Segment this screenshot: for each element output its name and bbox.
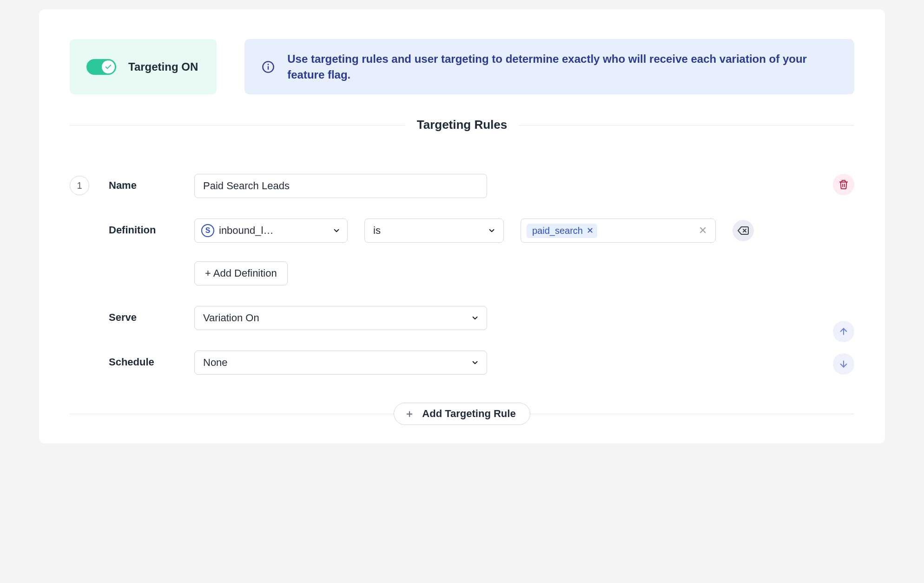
svg-point-2: [268, 64, 269, 65]
footer-row: ＋ Add Targeting Rule: [70, 403, 854, 425]
section-heading-row: Targeting Rules: [70, 118, 854, 132]
rule-number: 1: [70, 176, 89, 195]
serve-label: Serve: [109, 306, 183, 324]
attribute-select[interactable]: S inbound_l…: [194, 219, 348, 243]
serve-value: Variation On: [203, 312, 259, 324]
plus-icon: ＋: [404, 409, 415, 419]
string-type-icon: S: [201, 224, 214, 237]
name-controls: [194, 174, 815, 198]
arrow-down-icon: [838, 359, 849, 369]
add-targeting-rule-button[interactable]: ＋ Add Targeting Rule: [394, 403, 530, 425]
schedule-value: None: [203, 357, 228, 369]
targeting-toggle-label: Targeting ON: [128, 60, 198, 73]
value-tag-input[interactable]: paid_search ✕ ✕: [521, 219, 716, 243]
reorder-controls: [826, 321, 854, 375]
value-tag: paid_search ✕: [527, 224, 597, 238]
targeting-card: Targeting ON Use targeting rules and use…: [39, 9, 885, 444]
rule-name-input[interactable]: [194, 174, 487, 198]
check-icon: [105, 63, 112, 71]
schedule-controls: None: [194, 351, 815, 375]
add-rule-label: Add Targeting Rule: [422, 408, 515, 420]
trash-icon: [838, 179, 849, 190]
operator-select[interactable]: is: [364, 219, 504, 243]
serve-controls: Variation On: [194, 306, 815, 330]
value-tag-text: paid_search: [532, 225, 583, 236]
section-heading: Targeting Rules: [405, 118, 520, 132]
remove-tag-button[interactable]: ✕: [587, 226, 594, 235]
schedule-label: Schedule: [109, 351, 183, 368]
header-row: Targeting ON Use targeting rules and use…: [70, 39, 854, 94]
chevron-down-icon: [332, 226, 341, 235]
targeting-toggle[interactable]: [86, 59, 116, 75]
delete-rule-button[interactable]: [833, 174, 854, 195]
clear-tags-button[interactable]: ✕: [696, 223, 710, 238]
chevron-down-icon: [471, 314, 479, 322]
remove-definition-button[interactable]: [733, 220, 754, 241]
operator-value: is: [373, 225, 381, 237]
rule-number-cell: 1: [70, 174, 98, 195]
targeting-status-box: Targeting ON: [70, 39, 217, 94]
chevron-down-icon: [488, 226, 496, 235]
move-up-button[interactable]: [833, 321, 854, 342]
schedule-select[interactable]: None: [194, 351, 487, 375]
attribute-value: inbound_l…: [219, 225, 328, 237]
definition-controls: S inbound_l… is paid_search ✕ ✕: [194, 219, 815, 285]
rule-block: 1 Name Definition S inbound_l… is: [70, 174, 854, 375]
delete-cell: [826, 174, 854, 195]
info-banner: Use targeting rules and user targeting t…: [244, 39, 854, 94]
toggle-handle: [102, 60, 115, 73]
info-icon: [261, 60, 275, 74]
info-banner-text: Use targeting rules and user targeting t…: [287, 51, 838, 82]
definition-label: Definition: [109, 219, 183, 236]
add-definition-button[interactable]: + Add Definition: [194, 261, 288, 285]
add-definition-label: + Add Definition: [205, 267, 277, 279]
name-label: Name: [109, 174, 183, 192]
chevron-down-icon: [471, 358, 479, 367]
arrow-up-icon: [838, 326, 849, 337]
serve-select[interactable]: Variation On: [194, 306, 487, 330]
move-down-button[interactable]: [833, 353, 854, 375]
backspace-icon: [738, 225, 749, 236]
definition-row: S inbound_l… is paid_search ✕ ✕: [194, 219, 815, 243]
